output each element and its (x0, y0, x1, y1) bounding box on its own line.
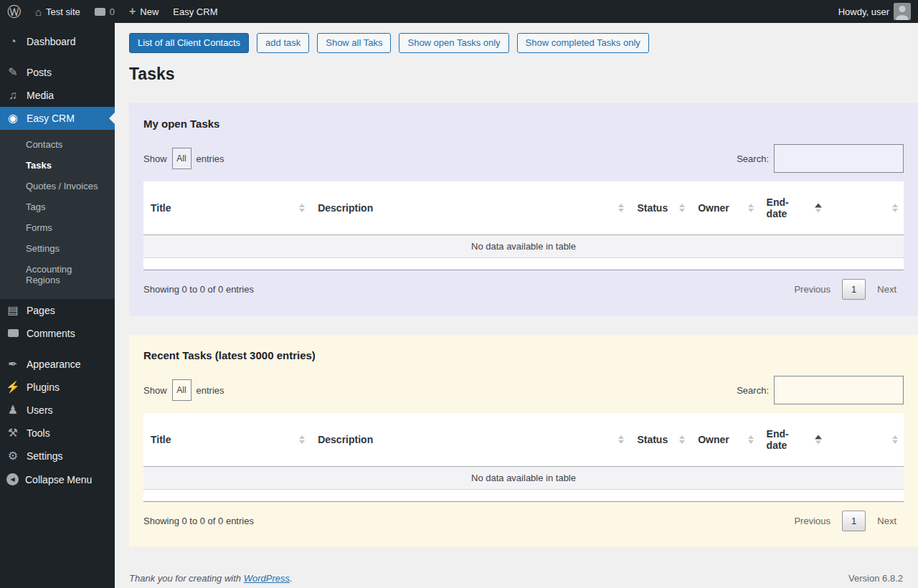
show-label: Show (143, 153, 167, 164)
sidebar-item-label: Settings (27, 450, 63, 462)
page-1-button[interactable]: 1 (842, 511, 866, 531)
sidebar-item-easy-crm[interactable]: ◉ Easy CRM (0, 107, 115, 130)
sidebar-item-label: Media (27, 90, 54, 101)
my-open-tasks-panel: My open Tasks Show All entries Search: T… (129, 103, 918, 316)
show-open-tasks-button[interactable]: Show open Tasks only (399, 33, 508, 53)
column-header-owner[interactable]: Owner (691, 181, 759, 235)
pagination: Previous 1 Next (787, 279, 904, 300)
comment-count: 0 (110, 6, 115, 17)
submenu-item-settings[interactable]: Settings (0, 238, 115, 259)
entries-length-control: Show All entries (143, 379, 224, 401)
version-text: Version 6.8.2 (848, 573, 903, 584)
column-header-description[interactable]: Description (311, 181, 630, 235)
column-header-status[interactable]: Status (630, 413, 691, 467)
site-name-label: Test site (46, 6, 80, 17)
spacer-row (143, 490, 904, 502)
panel-title: Recent Tasks (latest 3000 entries) (143, 349, 904, 361)
sort-icons-ascending (815, 204, 822, 213)
submenu-item-tags[interactable]: Tags (0, 196, 115, 217)
sidebar-item-dashboard[interactable]: ◔ Dashboard (0, 30, 115, 53)
entries-label: entries (197, 385, 224, 396)
main-content: List of all Client Contacts add task Sho… (115, 23, 918, 588)
sort-icons (299, 435, 305, 444)
sidebar-item-label: Tools (27, 427, 50, 439)
user-avatar (894, 3, 911, 20)
dashboard-icon: ◔ (6, 36, 20, 47)
column-header-actions[interactable] (828, 181, 904, 235)
column-header-end-date[interactable]: End-date (760, 413, 828, 467)
entries-info: Showing 0 to 0 of 0 entries (143, 284, 254, 295)
wordpress-link[interactable]: WordPress (244, 573, 290, 584)
site-name-menu[interactable]: ⌂ Test site (28, 0, 87, 23)
howdy-account-menu[interactable]: Howdy, user (831, 0, 918, 23)
sidebar-item-collapse-menu[interactable]: ◀ Collapse Menu (0, 468, 115, 491)
footer-thanks-text: Thank you for creating with WordPress. (129, 573, 293, 584)
entries-per-page-select[interactable]: All (172, 148, 191, 169)
admin-footer: Thank you for creating with WordPress. V… (129, 573, 903, 588)
sidebar-item-tools[interactable]: ⚒ Tools (0, 422, 115, 445)
sidebar-item-users[interactable]: ♟ Users (0, 399, 115, 422)
sidebar-item-pages[interactable]: ▤ Pages (0, 299, 115, 322)
next-page-button[interactable]: Next (870, 511, 904, 531)
entries-per-page-select[interactable]: All (172, 379, 191, 401)
new-content-menu[interactable]: + New (122, 0, 166, 23)
column-header-actions[interactable] (828, 413, 904, 467)
column-label: Owner (698, 434, 729, 445)
search-input[interactable] (774, 144, 904, 173)
sidebar-item-label: Pages (27, 305, 55, 316)
table-header-row: Title Description Status Owner End-date (143, 413, 904, 467)
sidebar-item-posts[interactable]: ✎ Posts (0, 61, 115, 84)
column-header-end-date[interactable]: End-date (760, 181, 828, 235)
sort-icons (748, 204, 754, 212)
entries-info: Showing 0 to 0 of 0 entries (143, 516, 254, 526)
page-title: Tasks (129, 65, 918, 84)
submenu-item-accounting-regions[interactable]: Accounting Regions (0, 259, 115, 290)
comments-menu[interactable]: 0 (87, 0, 122, 23)
column-label: Title (151, 202, 171, 214)
menu-separator (0, 53, 115, 61)
submenu-item-contacts[interactable]: Contacts (0, 134, 115, 155)
show-completed-tasks-button[interactable]: Show completed Tasks only (517, 33, 649, 53)
wordpress-logo-menu[interactable]: Ⓦ (0, 0, 28, 23)
easy-crm-adminbar-menu[interactable]: Easy CRM (166, 0, 224, 23)
sidebar-item-settings[interactable]: ⚙ Settings (0, 445, 115, 468)
search-label: Search: (737, 153, 769, 164)
show-all-tasks-button[interactable]: Show all Taks (317, 33, 391, 53)
page-1-button[interactable]: 1 (842, 279, 866, 300)
empty-data-row: No data available in table (143, 235, 904, 258)
column-header-description[interactable]: Description (311, 413, 630, 467)
column-header-status[interactable]: Status (630, 181, 691, 235)
sort-icons (679, 204, 685, 212)
sidebar-item-media[interactable]: ♫ Media (0, 84, 115, 107)
column-header-title[interactable]: Title (143, 413, 311, 467)
table-footer: Showing 0 to 0 of 0 entries Previous 1 N… (143, 511, 904, 531)
recent-tasks-table: Title Description Status Owner End-date … (143, 413, 904, 502)
add-task-button[interactable]: add task (257, 33, 309, 53)
submenu-item-tasks[interactable]: Tasks (0, 155, 115, 176)
tools-icon: ⚒ (6, 427, 20, 439)
media-icon: ♫ (6, 90, 20, 101)
sidebar-item-appearance[interactable]: ✒ Appearance (0, 353, 115, 376)
entries-label: entries (197, 153, 224, 164)
column-label: End-date (767, 428, 789, 451)
empty-data-row: No data available in table (143, 467, 904, 490)
next-page-button[interactable]: Next (870, 280, 904, 299)
sidebar-item-comments[interactable]: Comments (0, 322, 115, 345)
easy-crm-icon: ◉ (6, 113, 20, 124)
column-header-title[interactable]: Title (143, 181, 311, 235)
column-label: Owner (698, 202, 729, 214)
submenu-item-quotes-invoices[interactable]: Quotes / Invoices (0, 176, 115, 196)
home-icon: ⌂ (35, 6, 42, 17)
list-all-client-contacts-button[interactable]: List of all Client Contacts (129, 33, 249, 53)
search-input[interactable] (774, 376, 904, 404)
table-header-row: Title Description Status Owner End-date (143, 181, 904, 235)
previous-page-button[interactable]: Previous (787, 511, 838, 531)
column-header-owner[interactable]: Owner (691, 413, 759, 467)
previous-page-button[interactable]: Previous (787, 280, 838, 299)
comments-icon (6, 328, 20, 339)
sort-icons (748, 435, 754, 444)
sidebar-item-plugins[interactable]: ⚡ Plugins (0, 376, 115, 399)
column-label: Status (637, 434, 668, 445)
submenu-item-forms[interactable]: Forms (0, 217, 115, 238)
open-tasks-table: Title Description Status Owner End-date … (143, 181, 904, 270)
